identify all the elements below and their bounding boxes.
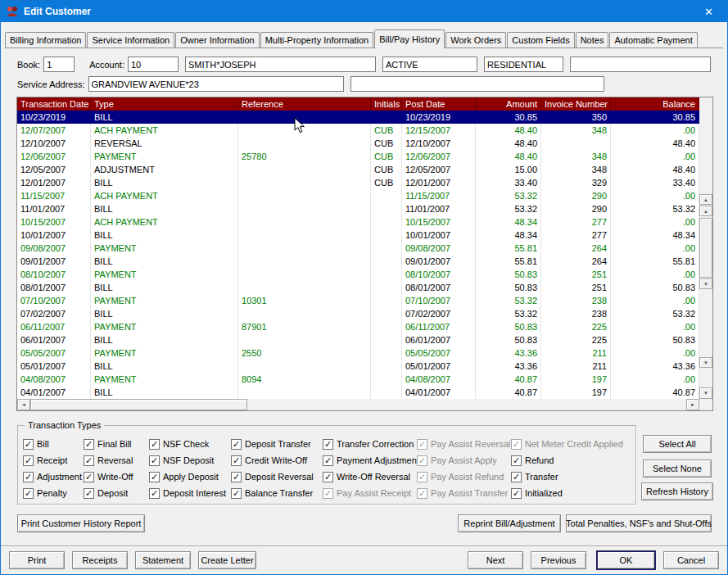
service-address-input[interactable] <box>88 76 344 92</box>
tab-custom-fields[interactable]: Custom Fields <box>507 32 574 48</box>
table-row[interactable]: 04/08/2007PAYMENT809404/08/200740.87197.… <box>17 373 699 386</box>
checkbox-initialized[interactable]: ✓Initialized <box>511 485 626 501</box>
checkbox-credit-write-off[interactable]: ✓Credit Write-Off <box>231 452 323 469</box>
table-row[interactable]: 06/11/2007PAYMENT8790106/11/200750.83225… <box>17 320 699 333</box>
select-none-button[interactable]: Select None <box>643 460 712 478</box>
create-letter-button[interactable]: Create Letter <box>198 551 256 569</box>
table-row[interactable]: 09/01/2007BILL09/01/200755.8126455.81 <box>17 255 699 268</box>
table-row[interactable]: 10/23/2019BILL10/23/201930.8535030.85 <box>17 111 699 124</box>
checkbox-final-bill[interactable]: ✓Final Bill <box>84 436 149 452</box>
column-header-transaction-date[interactable]: Transaction Date <box>17 97 91 111</box>
vertical-scroll-thumb[interactable] <box>699 218 712 278</box>
close-icon[interactable]: ✕ <box>690 1 727 22</box>
cell-type: BILL <box>91 229 238 242</box>
table-row[interactable]: 06/01/2007BILL06/01/200750.8322550.83 <box>17 333 699 346</box>
checkbox-bill[interactable]: ✓Bill <box>23 436 84 452</box>
customer-name-input[interactable] <box>185 57 376 72</box>
checkbox-refund[interactable]: ✓Refund <box>511 452 626 469</box>
statement-button[interactable]: Statement <box>135 551 191 569</box>
table-row[interactable]: 12/01/2007BILLCUB12/01/200733.4032933.40 <box>17 176 699 189</box>
table-row[interactable]: 07/10/2007PAYMENT1030107/10/200753.32238… <box>17 294 699 307</box>
book-input[interactable] <box>43 57 75 72</box>
checkbox-deposit-transfer[interactable]: ✓Deposit Transfer <box>231 436 323 452</box>
checkbox-adjustment[interactable]: ✓Adjustment <box>23 469 84 485</box>
customer-type-input[interactable] <box>484 57 563 72</box>
cancel-button[interactable]: Cancel <box>663 551 719 569</box>
next-button[interactable]: Next <box>468 551 523 569</box>
checkbox-write-off[interactable]: ✓Write-Off <box>84 469 149 485</box>
column-header-type[interactable]: Type <box>91 97 238 111</box>
tab-multi-property-information[interactable]: Multi-Property Information <box>260 32 374 48</box>
checkbox-payment-adjustment[interactable]: ✓Payment Adjustment <box>323 452 417 469</box>
scroll-down-edge-icon[interactable]: ▼ <box>699 387 712 399</box>
checkbox-receipt[interactable]: ✓Receipt <box>23 452 84 469</box>
tab-work-orders[interactable]: Work Orders <box>445 32 506 48</box>
checkbox-reversal[interactable]: ✓Reversal <box>84 452 149 469</box>
status-input[interactable] <box>382 57 477 72</box>
checkbox-nsf-deposit[interactable]: ✓NSF Deposit <box>149 452 231 469</box>
checkbox-transfer[interactable]: ✓Transfer <box>511 469 626 485</box>
table-row[interactable]: 11/01/2007BILL11/01/200753.3229053.32 <box>17 202 699 215</box>
reprint-bill-adjustment-button[interactable]: Reprint Bill/Adjustment <box>458 514 561 532</box>
column-header-initials[interactable]: Initials <box>371 97 402 111</box>
checkbox-balance-transfer[interactable]: ✓Balance Transfer <box>231 485 323 501</box>
cell-type: BILL <box>91 281 238 294</box>
extra-input[interactable] <box>570 57 711 72</box>
ok-button[interactable]: OK <box>597 551 655 569</box>
column-header-post-date[interactable]: Post Date <box>402 97 476 111</box>
print-customer-history-report-button[interactable]: Print Customer History Report <box>17 514 145 532</box>
horizontal-scroll-thumb[interactable] <box>30 399 247 410</box>
column-header-balance[interactable]: Balance <box>611 97 699 111</box>
cell-type: BILL <box>91 360 238 373</box>
checkbox-deposit[interactable]: ✓Deposit <box>84 485 149 501</box>
table-row[interactable]: 08/01/2007BILL08/01/200750.8325150.83 <box>17 281 699 294</box>
print-button[interactable]: Print <box>9 551 65 569</box>
table-row[interactable]: 07/02/2007BILL07/02/200753.3223853.32 <box>17 307 699 320</box>
previous-button[interactable]: Previous <box>531 551 586 569</box>
table-row[interactable]: 05/01/2007BILL05/01/200743.3621143.36 <box>17 360 699 373</box>
scroll-left-icon[interactable]: ◄ <box>17 399 30 410</box>
account-input[interactable] <box>128 57 179 72</box>
cell-balance: .00 <box>611 189 699 202</box>
tab-bill-pay-history[interactable]: Bill/Pay History <box>374 29 445 48</box>
table-row[interactable]: 08/10/2007PAYMENT08/10/200750.83251.00 <box>17 268 699 281</box>
checkbox-transfer-correction[interactable]: ✓Transfer Correction <box>323 436 417 452</box>
checkbox-nsf-check[interactable]: ✓NSF Check <box>149 436 231 452</box>
scroll-right-icon[interactable]: ► <box>686 399 699 410</box>
refresh-history-button[interactable]: Refresh History <box>641 482 713 500</box>
scroll-down-page-icon[interactable]: ▼ <box>699 357 712 368</box>
table-row[interactable]: 10/01/2007BILL10/01/200748.3427748.34 <box>17 229 699 242</box>
scroll-down-icon[interactable]: ▼ <box>699 278 712 289</box>
column-header-reference[interactable]: Reference <box>238 97 371 111</box>
cell-amount: 50.83 <box>476 320 541 333</box>
cell-invoice-number <box>541 137 611 150</box>
total-penalties-button[interactable]: Total Penalties, NSF's and Shut-Offs <box>566 514 712 532</box>
tab-billing-information[interactable]: Billing Information <box>5 32 86 48</box>
table-row[interactable]: 05/05/2007PAYMENT255005/05/200743.36211.… <box>17 346 699 360</box>
checkbox-deposit-interest[interactable]: ✓Deposit Interest <box>149 485 231 501</box>
service-address-2-input[interactable] <box>350 76 604 92</box>
checkbox-deposit-reversal[interactable]: ✓Deposit Reversal <box>231 469 323 485</box>
tab-owner-information[interactable]: Owner Information <box>175 32 259 48</box>
table-row[interactable]: 12/07/2007ACH PAYMENTCUB12/15/200748.403… <box>17 124 699 137</box>
table-row[interactable]: 11/15/2007ACH PAYMENT11/15/200753.32290.… <box>17 189 699 202</box>
checkbox-write-off-reversal[interactable]: ✓Write-Off Reversal <box>323 469 417 485</box>
table-row[interactable]: 09/08/2007PAYMENT09/08/200755.81264.00 <box>17 242 699 255</box>
table-row[interactable]: 12/10/2007REVERSALCUB12/10/200748.4048.4… <box>17 137 699 150</box>
table-row[interactable]: 12/05/2007ADJUSTMENTCUB12/05/200715.0034… <box>17 163 699 176</box>
tab-service-information[interactable]: Service Information <box>87 32 174 48</box>
table-row[interactable]: 12/06/2007PAYMENT25780CUB12/06/200748.40… <box>17 150 699 163</box>
tab-notes[interactable]: Notes <box>576 32 609 48</box>
table-row[interactable]: 04/01/2007BILL04/01/200740.8719740.87 <box>17 386 699 399</box>
scroll-up-page-icon[interactable]: ▲ <box>699 194 712 205</box>
column-header-amount[interactable]: Amount <box>476 97 541 111</box>
receipts-button[interactable]: Receipts <box>72 551 128 569</box>
column-header-invoice-number[interactable]: Invoice Number <box>541 97 611 111</box>
select-all-button[interactable]: Select All <box>643 435 712 453</box>
checkbox-apply-deposit[interactable]: ✓Apply Deposit <box>149 469 231 485</box>
tab-automatic-payment[interactable]: Automatic Payment <box>609 32 697 48</box>
checkbox-penalty[interactable]: ✓Penalty <box>23 485 84 501</box>
scroll-up-icon[interactable]: ▲ <box>699 206 712 216</box>
table-row[interactable]: 10/15/2007ACH PAYMENT10/15/200748.34277.… <box>17 215 699 229</box>
cell-post-date: 06/11/2007 <box>402 320 476 333</box>
